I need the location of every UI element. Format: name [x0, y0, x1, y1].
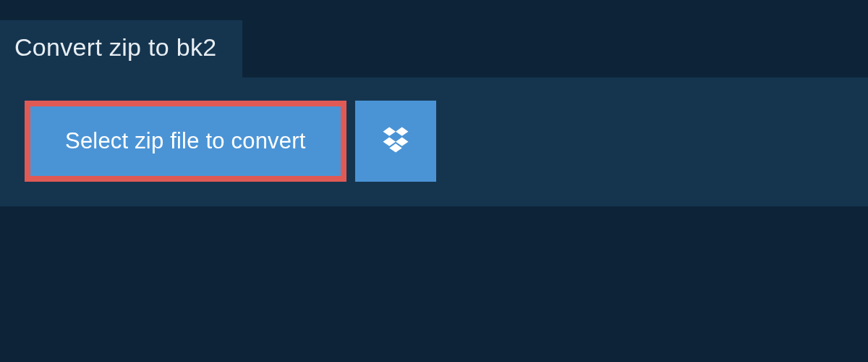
- tab-bar: Convert zip to bk2: [0, 0, 868, 77]
- tab-title: Convert zip to bk2: [14, 33, 216, 61]
- select-file-label: Select zip file to convert: [65, 128, 306, 154]
- tab-convert[interactable]: Convert zip to bk2: [0, 20, 242, 77]
- button-row: Select zip file to convert: [25, 101, 843, 182]
- select-file-button[interactable]: Select zip file to convert: [25, 101, 346, 182]
- dropbox-button[interactable]: [355, 101, 436, 182]
- dropbox-icon: [380, 125, 411, 158]
- conversion-panel: Select zip file to convert: [0, 77, 868, 206]
